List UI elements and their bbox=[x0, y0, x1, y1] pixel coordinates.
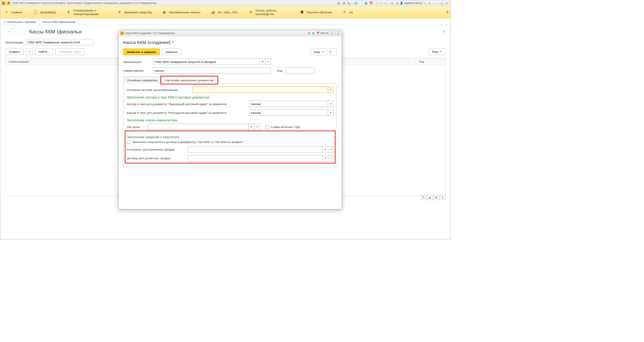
contract-dropdown-icon[interactable] bbox=[322, 155, 328, 161]
forward-button[interactable]: → bbox=[12, 29, 19, 35]
modal-cal-icon[interactable]: 📅 bbox=[316, 31, 320, 35]
modal-close-icon[interactable]: ✕ bbox=[335, 31, 340, 35]
info-icon[interactable]: ⓘ bbox=[423, 1, 427, 5]
modal-print-icon[interactable]: 🖶 bbox=[307, 31, 311, 35]
maximize-icon[interactable]: ◻ bbox=[440, 1, 444, 5]
nav-planning[interactable]: ⇅Планирование и санкционирование bbox=[66, 8, 107, 16]
tax-input[interactable] bbox=[192, 87, 328, 93]
back-button[interactable]: ← bbox=[5, 29, 12, 35]
modal-org-input[interactable] bbox=[153, 59, 260, 65]
memory-mplus[interactable]: M+ bbox=[379, 2, 384, 5]
list-up-icon[interactable]: ▲ bbox=[427, 195, 433, 200]
current-user[interactable]: 👤Администратор bbox=[400, 2, 422, 5]
close-icon[interactable]: ✕ bbox=[445, 1, 449, 5]
minimize-icon[interactable]: — bbox=[435, 1, 439, 5]
list-top-icon[interactable]: ⤒ bbox=[421, 195, 427, 200]
modal-m[interactable]: M bbox=[320, 32, 322, 35]
tax-dropdown-icon[interactable] bbox=[328, 87, 334, 93]
tab-doc-settings[interactable]: Настройки заполнения документов bbox=[161, 76, 217, 84]
contragent-input[interactable] bbox=[188, 146, 323, 153]
nav-assets[interactable]: 🚚ОС, НМА, НПА bbox=[211, 10, 238, 14]
cashier-in-input[interactable] bbox=[249, 101, 328, 107]
section-cashier-title: Заполнение кассира в чеке ККМ в кассовых… bbox=[127, 95, 334, 99]
nav-scroll-right-icon[interactable] bbox=[447, 11, 449, 14]
modal-mminus[interactable]: M- bbox=[326, 32, 329, 35]
search-icon[interactable]: 🔍 bbox=[347, 1, 351, 5]
modal-more-button[interactable]: Еще bbox=[310, 48, 327, 55]
document-tabs: Начальная страница Кассы ККМ (фискальны bbox=[0, 18, 451, 25]
memory-mminus[interactable]: M- bbox=[384, 2, 388, 5]
nav-materials[interactable]: ▦Материальные запасы bbox=[162, 10, 200, 14]
nav-main[interactable]: ≡Главное bbox=[5, 10, 23, 14]
modal-code-label: Код: bbox=[277, 69, 283, 72]
list-bottom-icon[interactable]: ⤓ bbox=[440, 195, 446, 200]
col-code[interactable]: Код bbox=[416, 60, 445, 63]
link-icon[interactable]: 🔗 bbox=[353, 1, 358, 5]
modal-mplus[interactable]: M+ bbox=[322, 32, 326, 35]
list-down-icon[interactable]: ▼ bbox=[433, 195, 439, 200]
modal-grid-icon[interactable]: ▦ bbox=[312, 31, 316, 35]
tax-label: Основная система налогообложения: bbox=[127, 88, 190, 92]
modal-restore-icon[interactable]: ◻ bbox=[330, 31, 335, 35]
cashier-out-dropdown-icon[interactable] bbox=[328, 110, 334, 116]
modal-org-dropdown-icon[interactable] bbox=[260, 59, 265, 65]
panels-icon[interactable]: ◫ bbox=[395, 1, 399, 5]
tab-main-params[interactable]: Основные параметры bbox=[123, 76, 161, 84]
print-icon[interactable]: 🖶 bbox=[342, 1, 346, 5]
vat-checkbox[interactable] bbox=[265, 125, 269, 129]
cancel-search-button[interactable]: Отменить поиск bbox=[55, 48, 84, 55]
nav-money[interactable]: ₽Денежные средства bbox=[118, 10, 152, 14]
org-label: Организация: bbox=[5, 40, 24, 44]
modal-dialog: 1C Касса ККМ (создание) * (1С:Предприяти… bbox=[118, 30, 342, 209]
grid-icon[interactable]: ▦ bbox=[364, 1, 368, 5]
fill-buyer-label: Заполнять покупателя и договор в докумен… bbox=[132, 140, 243, 144]
modal-name-label: Наименование: bbox=[123, 69, 151, 72]
contract-input[interactable] bbox=[188, 155, 323, 161]
price-type-input[interactable] bbox=[148, 124, 249, 130]
favorite-star-icon[interactable]: ☆ bbox=[22, 29, 26, 35]
main-titlebar: 1C ГОБУ ВПО Университет искусств (Субсид… bbox=[0, 0, 451, 6]
org-input[interactable] bbox=[26, 39, 93, 45]
page-close-icon[interactable]: × bbox=[443, 29, 445, 34]
save-button[interactable]: Записать bbox=[162, 48, 182, 55]
zoom-icon[interactable]: ⊕ bbox=[390, 1, 394, 5]
toolbar-icon[interactable]: ▤ bbox=[337, 1, 341, 5]
price-type-dropdown-icon[interactable] bbox=[249, 124, 254, 130]
calendar-icon[interactable]: 📅 bbox=[369, 1, 373, 5]
cashier-out-input[interactable] bbox=[249, 110, 328, 116]
vat-label: Сумма включает НДС bbox=[271, 125, 301, 129]
more-button[interactable]: Еще bbox=[429, 48, 445, 55]
main-navigation: ≡Главное 📋Органайзер ⇅Планирование и сан… bbox=[0, 6, 451, 18]
modal-code-input[interactable] bbox=[285, 67, 315, 74]
window-title: ГОБУ ВПО Университет искусств (Субсидия)… bbox=[12, 2, 156, 5]
copy-button[interactable]: 📄 bbox=[26, 48, 33, 55]
nav-services[interactable]: ⇅Услуги, работы, производство bbox=[249, 8, 289, 16]
save-close-button[interactable]: Записать и закрыть bbox=[123, 48, 160, 55]
contragent-label: Контрагент для розничных продаж: bbox=[127, 148, 186, 151]
col-sort-icon[interactable]: ↓ bbox=[403, 60, 416, 63]
nav-education[interactable]: 🎓Платное обучение bbox=[300, 10, 332, 14]
find-button[interactable]: Найти... bbox=[35, 48, 53, 55]
info-dd-icon[interactable]: ▾ bbox=[428, 1, 432, 5]
report-icon[interactable]: 📄 bbox=[359, 1, 363, 5]
fill-buyer-checkbox[interactable] bbox=[127, 140, 130, 144]
contragent-dropdown-icon[interactable] bbox=[322, 146, 328, 153]
modal-titlebar: 1C Касса ККМ (создание) * (1С:Предприяти… bbox=[118, 30, 342, 36]
create-button[interactable]: Создать bbox=[5, 48, 24, 55]
cashier-in-dropdown-icon[interactable] bbox=[328, 101, 334, 107]
section-nomen-title: Заполнение списка номенклатуры bbox=[127, 118, 334, 122]
contragent-open-icon[interactable]: ↗ bbox=[328, 146, 334, 153]
cashier-out-label: Кассир в чеке для документа "Расходный к… bbox=[127, 111, 247, 114]
modal-name-input[interactable] bbox=[153, 67, 271, 74]
contract-open-icon[interactable]: ↗ bbox=[328, 155, 334, 161]
modal-org-open-icon[interactable]: ↗ bbox=[265, 59, 271, 65]
help-button[interactable]: ? bbox=[329, 48, 337, 55]
nav-more[interactable]: ⚜На bbox=[342, 10, 353, 14]
nav-organizer[interactable]: 📋Органайзер bbox=[33, 10, 56, 14]
memory-m[interactable]: M bbox=[375, 2, 379, 5]
price-type-open-icon[interactable]: ↗ bbox=[254, 124, 260, 130]
tab-kkm[interactable]: Кассы ККМ (фискальны bbox=[39, 18, 79, 25]
app-menu-dropdown[interactable] bbox=[7, 1, 11, 5]
tab-home[interactable]: Начальная страница bbox=[0, 18, 39, 25]
contract-label: Договор для розничных продаж: bbox=[127, 157, 186, 160]
